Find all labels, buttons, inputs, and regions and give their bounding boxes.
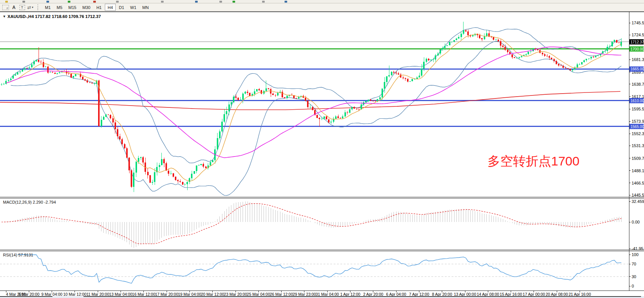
indicator-grid-icon[interactable]: F	[2, 4, 9, 10]
rsi-axis-label: 0	[632, 284, 634, 288]
price-badge-label: 1665.00	[631, 67, 644, 71]
toolbar-icon-fragment	[195, 1, 198, 3]
chart-tab-strip[interactable]	[0, 296, 644, 298]
time-axis-label: 7 Apr 12:00	[409, 292, 429, 296]
time-axis-label: 2 Apr 20:00	[363, 292, 383, 296]
time-axis-label: 17 Mar 20:00	[155, 292, 178, 296]
time-axis-label: 8 Apr 20:00	[432, 292, 452, 296]
bollinger-upper-band	[11, 28, 622, 163]
rsi-label: RSI(14) 57.9131	[3, 253, 33, 257]
chart-toolbar: F A T ⇄ ▾ M1M5M15M30H1H4D1W1MN	[0, 3, 644, 12]
toolbar-icon-fragment	[22, 1, 25, 3]
timeframe-button-h4[interactable]: H4	[105, 4, 115, 11]
rsi-panel	[0, 255, 629, 283]
timeframe-button-d1[interactable]: D1	[116, 4, 127, 11]
price-axis-label: 1531.30	[632, 143, 644, 148]
time-axis-label: 29 Mar 23:00	[293, 292, 316, 296]
time-axis-label: 16 Mar 12:00	[132, 292, 155, 296]
toolbar-icon-fragment	[93, 1, 96, 3]
price-axis-label: 1552.30	[632, 131, 644, 136]
price-axis-label: 1638.70	[632, 82, 644, 86]
time-axis-label: 6 Apr 04:00	[386, 292, 406, 296]
time-axis-label: 1 Apr 12:00	[340, 292, 361, 296]
time-axis-label: 25 Mar 04:00	[247, 292, 270, 296]
toolbar-icon-fragment	[116, 1, 119, 3]
time-axis-label: 26 Mar 12:00	[270, 292, 293, 296]
arrows-tool-icon[interactable]: ⇄ ▾	[27, 4, 34, 10]
toolbar-icon-fragment	[46, 1, 49, 3]
text-label-tool-icon[interactable]: A	[10, 4, 18, 10]
time-axis-label: 17 Apr 00:00	[523, 292, 545, 296]
timeframe-button-m5[interactable]: M5	[54, 4, 65, 11]
chevron-down-icon[interactable]: ▾	[32, 6, 33, 9]
timeframe-button-m15[interactable]: M15	[66, 4, 79, 11]
time-axis-label: 21 Apr 16:00	[569, 292, 591, 296]
timeframe-button-h1[interactable]: H1	[94, 4, 104, 11]
time-axis-label: 31 Mar 04:00	[316, 292, 339, 296]
time-axis-label: 14 Apr 08:00	[477, 292, 499, 296]
boxed-t-glyph: T	[19, 5, 25, 10]
time-axis-label: 15 Apr 16:00	[500, 292, 522, 296]
macd-axis-label: 0.00	[632, 220, 640, 224]
price-badge-label: 1712.37	[631, 40, 644, 44]
macd-axis-label: 32.459	[632, 199, 644, 204]
arrows-glyph: ⇄	[27, 5, 31, 10]
time-axis-label: 11 Mar 20:00	[86, 292, 109, 296]
price-axis-label: 1724.50	[632, 33, 644, 37]
timeframe-button-mn[interactable]: MN	[140, 4, 151, 11]
annotation-text[interactable]: 多空转折点1700	[487, 154, 580, 168]
toolbar-icon-fragment	[219, 1, 222, 3]
chart-area: 多空转折点1700▼XAUUSD-,H4 1717.82 1718.60 170…	[0, 12, 644, 296]
timeframe-button-group: M1M5M15M30H1H4D1W1MN	[42, 4, 152, 11]
time-axis-label: 20 Mar 12:00	[201, 292, 224, 296]
time-axis-label: 23 Mar 20:00	[224, 292, 247, 296]
price-axis-label: 1595.50	[632, 107, 644, 111]
toolbar-icon-fragment	[161, 1, 164, 3]
time-axis-label: 9 Mar 04:00	[42, 292, 63, 296]
toolbar-icon-fragment	[68, 1, 70, 3]
collapse-symbol-list-icon[interactable]: ▼	[3, 15, 6, 18]
price-axis-label: 1681.30	[632, 57, 644, 62]
price-axis-label: 1509.70	[632, 156, 644, 161]
price-badge-label: 1700.00	[631, 47, 644, 51]
macd-panel	[1, 201, 621, 248]
rsi-axis-label: 30	[632, 274, 636, 279]
macd-axis-label: -41.95	[632, 246, 643, 251]
bollinger-lower-band	[11, 41, 622, 195]
grid-f-glyph: F	[2, 5, 9, 10]
price-axis-label: 1445.50	[632, 193, 644, 197]
rsi-axis-label: 100	[632, 252, 638, 257]
chart-title: XAUUSD-,H4 1717.82 1718.60 1709.76 1712.…	[7, 14, 101, 19]
time-axis-label: 13 Mar 04:00	[109, 292, 133, 296]
toolbar-icon-fragment	[285, 1, 287, 3]
timeframe-button-m30[interactable]: M30	[80, 4, 93, 11]
tab-strip-segment	[83, 296, 641, 297]
price-chart-canvas[interactable]: 多空转折点1700▼XAUUSD-,H4 1717.82 1718.60 170…	[0, 12, 644, 296]
macd-label: MACD(12,26,9) 2.290 -2.794	[3, 200, 56, 204]
time-axis-label: 10 Mar 12:00	[63, 292, 86, 296]
time-axis-label: 20 Apr 08:00	[546, 292, 568, 296]
price-badge-label: 1610.00	[631, 99, 644, 103]
clipped-upper-toolbar	[0, 0, 644, 3]
price-axis-label: 1745.50	[632, 21, 644, 25]
rsi-axis-label: 70	[632, 262, 636, 266]
price-axis-label: 1466.50	[632, 181, 644, 185]
timeframe-button-w1[interactable]: W1	[128, 4, 139, 11]
toolbar-icon-fragment	[5, 1, 8, 3]
tab-strip-segment	[0, 296, 52, 297]
toolbar-icon-fragment	[262, 1, 265, 3]
time-axis-label: 19 Mar 04:00	[178, 292, 201, 296]
timeframe-button-m1[interactable]: M1	[42, 4, 53, 11]
time-axis-label: 13 Apr 00:00	[454, 292, 476, 296]
price-axis-label: 1573.90	[632, 119, 644, 124]
price-badge-label: 1565.00	[631, 125, 644, 129]
price-panel	[0, 22, 629, 195]
toolbar-drag-handle[interactable]	[37, 4, 40, 10]
text-box-tool-icon[interactable]: T	[18, 4, 26, 10]
price-axis-label: 1488.10	[632, 168, 644, 173]
toolbar-icon-fragment	[233, 1, 235, 3]
time-axis-label: 5 Mar 20:00	[18, 292, 39, 296]
rsi-line	[18, 255, 621, 283]
